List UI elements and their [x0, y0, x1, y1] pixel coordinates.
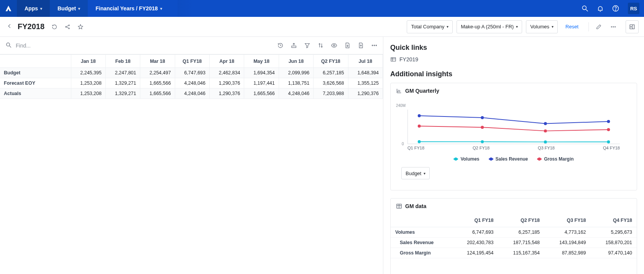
measure-selector[interactable]: Volumes ▾ — [526, 20, 558, 33]
cell[interactable]: 97,470,140 — [590, 248, 637, 258]
search-icon[interactable] — [577, 0, 593, 17]
cell[interactable]: 2,254,497 — [140, 68, 175, 78]
reset-link[interactable]: Reset — [562, 24, 582, 30]
cell[interactable]: 1,253,208 — [71, 89, 105, 99]
cell[interactable]: 1,329,271 — [105, 89, 140, 99]
column-header[interactable]: May 18 — [244, 55, 279, 68]
product-selector[interactable]: Make-up A (250ml - FR) ▾ — [457, 20, 522, 33]
cell[interactable]: 1,665,566 — [244, 89, 279, 99]
cell[interactable]: 2,245,395 — [71, 68, 105, 78]
cell[interactable]: 6,257,185 — [314, 68, 348, 78]
cell[interactable]: 2,247,801 — [105, 68, 140, 78]
cell[interactable]: 1,197,441 — [244, 78, 279, 89]
legend-item[interactable]: Gross Margin — [537, 156, 573, 162]
company-selector[interactable]: Total Company ▾ — [407, 20, 453, 33]
row-header[interactable]: Forecast EOY — [0, 78, 71, 89]
column-header[interactable]: Jul 18 — [348, 55, 383, 68]
cell[interactable]: 2,099,996 — [279, 68, 313, 78]
help-icon[interactable] — [608, 0, 623, 17]
more-icon[interactable] — [371, 42, 378, 49]
row-header[interactable]: Sales Revenue — [391, 238, 452, 248]
user-avatar[interactable]: RS — [628, 3, 639, 14]
bell-icon[interactable] — [593, 0, 608, 17]
cell[interactable]: 4,248,046 — [279, 89, 313, 99]
column-header[interactable]: Mar 18 — [140, 55, 175, 68]
cell[interactable]: 1,138,751 — [279, 78, 313, 89]
row-header[interactable]: Gross Margin — [391, 248, 452, 258]
column-header[interactable]: Jan 18 — [71, 55, 105, 68]
cell[interactable]: 87,852,989 — [544, 248, 590, 258]
sort-icon[interactable] — [317, 42, 324, 49]
cell[interactable]: 1,355,125 — [348, 78, 383, 89]
column-header[interactable]: Feb 18 — [105, 55, 140, 68]
nav-apps[interactable]: Apps ▾ — [17, 0, 50, 17]
column-header[interactable]: Q1 FY18 — [452, 214, 498, 227]
cell[interactable]: 6,747,693 — [452, 227, 498, 238]
edit-icon[interactable] — [594, 22, 603, 31]
cell[interactable]: 5,295,673 — [590, 227, 637, 238]
cell[interactable]: 143,194,849 — [544, 238, 590, 248]
table-row[interactable]: Gross Margin124,195,454115,167,35487,852… — [391, 248, 637, 258]
quick-link-fy2019[interactable]: FY2019 — [390, 56, 637, 62]
cell[interactable]: 124,195,454 — [452, 248, 498, 258]
find-input[interactable] — [16, 43, 92, 49]
data-grid[interactable]: Jan 18Feb 18Mar 18Q1 FY18Apr 18May 18Jun… — [0, 54, 383, 99]
side-panel-toggle-icon[interactable] — [626, 20, 639, 33]
cell[interactable]: 6,747,693 — [175, 68, 209, 78]
column-header[interactable]: Q1 FY18 — [175, 55, 209, 68]
nav-breadcrumb[interactable]: Financial Years / FY2018 ▾ — [88, 0, 177, 17]
view-icon[interactable] — [331, 42, 337, 49]
star-icon[interactable] — [76, 22, 85, 31]
cell[interactable]: 1,665,566 — [140, 89, 175, 99]
cell[interactable]: 1,694,354 — [244, 68, 279, 78]
chart-context-selector[interactable]: Budget ▾ — [401, 167, 430, 179]
cell[interactable]: 4,248,046 — [175, 78, 209, 89]
cell[interactable]: 1,290,376 — [210, 89, 244, 99]
table-row[interactable]: Sales Revenue202,430,783187,715,548143,1… — [391, 238, 637, 248]
filter-icon[interactable] — [304, 42, 310, 49]
cell[interactable]: 2,462,834 — [210, 68, 244, 78]
cell[interactable]: 1,665,566 — [140, 78, 175, 89]
cell[interactable]: 1,648,394 — [348, 68, 383, 78]
table-row[interactable]: Volumes6,747,6936,257,1854,773,1625,295,… — [391, 227, 637, 238]
cell[interactable]: 1,329,271 — [105, 78, 140, 89]
import-icon[interactable] — [358, 42, 364, 49]
cell[interactable]: 6,257,185 — [498, 227, 544, 238]
row-header[interactable]: Actuals — [0, 89, 71, 99]
cell[interactable]: 7,203,988 — [314, 89, 348, 99]
share-icon[interactable] — [63, 22, 72, 31]
row-header[interactable]: Budget — [0, 68, 71, 78]
logo-icon — [0, 0, 17, 17]
cell[interactable]: 3,626,568 — [314, 78, 348, 89]
refresh-icon[interactable] — [50, 22, 59, 31]
legend-item[interactable]: Volumes — [453, 156, 479, 162]
cell[interactable]: 4,773,162 — [544, 227, 590, 238]
more-icon[interactable] — [609, 22, 618, 31]
publish-icon[interactable] — [291, 42, 297, 49]
table-row[interactable]: Actuals1,253,2081,329,2711,665,5664,248,… — [0, 89, 383, 99]
cell[interactable]: 115,167,354 — [498, 248, 544, 258]
cell[interactable]: 202,430,783 — [452, 238, 498, 248]
cell[interactable]: 1,253,208 — [71, 78, 105, 89]
column-header[interactable]: Q3 FY18 — [544, 214, 590, 227]
column-header[interactable]: Jun 18 — [279, 55, 313, 68]
column-header[interactable]: Q2 FY18 — [498, 214, 544, 227]
company-selector-label: Total Company — [411, 24, 444, 30]
column-header[interactable]: Q4 FY18 — [590, 214, 637, 227]
column-header[interactable]: Q2 FY18 — [314, 55, 348, 68]
cell[interactable]: 158,870,201 — [590, 238, 637, 248]
export-icon[interactable] — [344, 42, 351, 49]
gm-data-table[interactable]: Q1 FY18Q2 FY18Q3 FY18Q4 FY18 Volumes6,74… — [391, 214, 637, 258]
cell[interactable]: 1,290,376 — [210, 78, 244, 89]
cell[interactable]: 187,715,548 — [498, 238, 544, 248]
row-header[interactable]: Volumes — [391, 227, 452, 238]
legend-item[interactable]: Sales Revenue — [489, 156, 528, 162]
table-row[interactable]: Budget2,245,3952,247,8012,254,4976,747,6… — [0, 68, 383, 78]
cell[interactable]: 1,290,376 — [348, 89, 383, 99]
table-row[interactable]: Forecast EOY1,253,2081,329,2711,665,5664… — [0, 78, 383, 89]
cell[interactable]: 4,248,046 — [175, 89, 209, 99]
history-icon[interactable] — [277, 42, 284, 49]
nav-budget[interactable]: Budget ▾ — [50, 0, 88, 17]
column-header[interactable]: Apr 18 — [210, 55, 244, 68]
back-icon[interactable] — [5, 22, 14, 31]
